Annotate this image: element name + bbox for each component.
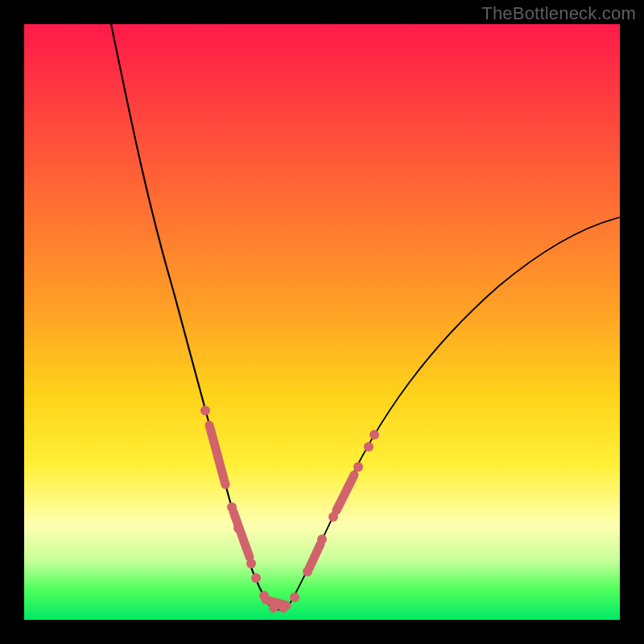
curve-layer (24, 24, 620, 620)
marker-dot (269, 603, 279, 613)
marker-dot (227, 502, 237, 512)
marker-dot (233, 523, 243, 533)
marker-dot (303, 567, 312, 576)
plot-area (24, 24, 620, 620)
watermark-text: TheBottleneck.com (481, 3, 636, 24)
highlight-seg-2 (233, 512, 250, 557)
marker-dot (364, 442, 374, 452)
marker-dot (317, 535, 327, 544)
marker-dot (290, 592, 299, 602)
marker-dot (279, 603, 288, 613)
highlight-seg-4 (309, 544, 320, 568)
right-curve (290, 217, 620, 604)
marker-dot (259, 591, 269, 601)
marker-dot (251, 573, 261, 583)
highlight-seg-1 (209, 425, 225, 485)
marker-dot (200, 406, 210, 415)
chart-frame: TheBottleneck.com (0, 0, 644, 644)
marker-dot (369, 430, 379, 440)
left-curve (111, 24, 268, 604)
marker-dot (246, 559, 256, 568)
marker-dot (328, 512, 338, 522)
highlight-seg-5 (336, 475, 354, 510)
marker-dot (353, 462, 363, 472)
